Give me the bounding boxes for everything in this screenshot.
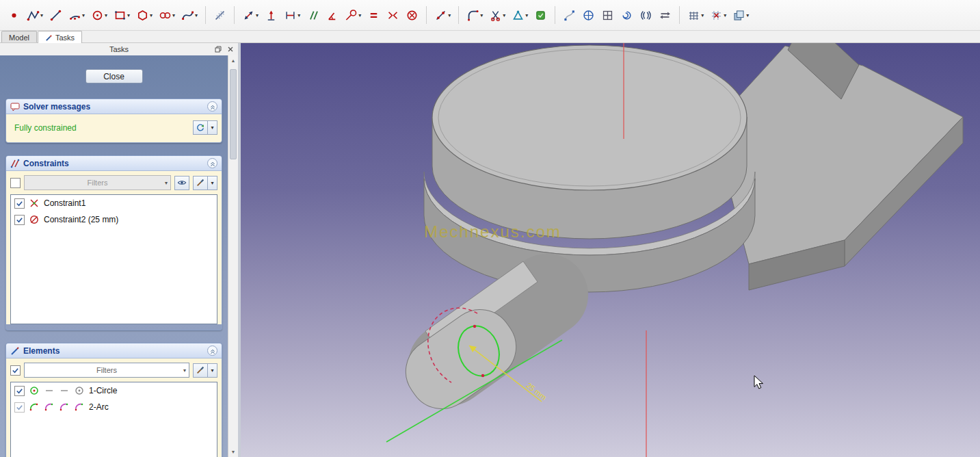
auto-update-dropdown-button[interactable]: ▾ bbox=[208, 120, 217, 135]
settings-brush-icon bbox=[196, 178, 205, 187]
dropdown-caret-icon[interactable]: ▾ bbox=[503, 12, 505, 18]
tool-constraint-horizontal-distance-button[interactable]: ▾ bbox=[282, 6, 302, 25]
constraints-filter-combo[interactable]: Filters ▾ bbox=[24, 175, 171, 190]
dropdown-caret-icon[interactable]: ▾ bbox=[150, 12, 153, 18]
chevron-up-icon bbox=[209, 160, 216, 167]
elements-settings-dropdown-button[interactable]: ▾ bbox=[208, 363, 217, 378]
tool-external-geometry-button[interactable]: ▾ bbox=[509, 6, 530, 25]
sketch-point[interactable] bbox=[481, 374, 484, 377]
dropdown-caret-icon[interactable]: ▾ bbox=[127, 12, 130, 18]
bspline-comb-icon bbox=[601, 9, 614, 22]
tool-line-button[interactable] bbox=[47, 6, 64, 25]
tool-bspline-knot-multiplicity-button[interactable] bbox=[618, 6, 635, 25]
tool-slot-button[interactable]: ▾ bbox=[157, 6, 177, 25]
tool-constraint-equal-button[interactable] bbox=[365, 6, 382, 25]
constraint1-checkbox[interactable] bbox=[14, 198, 25, 209]
show-hide-constraints-button[interactable] bbox=[174, 176, 189, 190]
dropdown-caret-icon[interactable]: ▾ bbox=[358, 12, 361, 18]
dropdown-caret-icon[interactable]: ▾ bbox=[297, 12, 300, 18]
auto-update-button[interactable] bbox=[193, 120, 208, 135]
tool-polyline-button[interactable]: ▾ bbox=[25, 6, 45, 25]
constraint2-checkbox[interactable] bbox=[14, 215, 25, 225]
tool-rendering-order-button[interactable]: ▾ bbox=[730, 6, 751, 25]
scroll-down-button[interactable]: ▼ bbox=[228, 447, 238, 457]
tool-polygon-button[interactable]: ▾ bbox=[134, 6, 155, 25]
tool-b-spline-button[interactable]: ▾ bbox=[179, 6, 200, 25]
close-panel-button[interactable] bbox=[226, 44, 235, 54]
element-circle-checkbox[interactable] bbox=[14, 386, 25, 396]
tool-circle-button[interactable]: ▾ bbox=[89, 6, 109, 25]
dropdown-caret-icon[interactable]: ▾ bbox=[701, 12, 704, 18]
dropdown-caret-icon[interactable]: ▾ bbox=[40, 12, 43, 18]
elements-filter-combo[interactable]: Filters ▾ bbox=[24, 363, 189, 378]
arc-magenta-icon bbox=[44, 402, 55, 413]
tool-trim-button[interactable]: ▾ bbox=[487, 6, 507, 25]
dash-icon bbox=[59, 385, 70, 396]
tool-bspline-degree-button[interactable] bbox=[561, 6, 578, 25]
collapse-constraints-button[interactable] bbox=[207, 158, 217, 168]
list-item[interactable]: 1-Circle bbox=[11, 382, 217, 399]
elements-filter-row: Filters ▾ ▾ bbox=[6, 358, 222, 382]
tool-constraint-symmetric-button[interactable] bbox=[384, 6, 401, 25]
tab-model[interactable]: Model bbox=[1, 31, 37, 42]
tool-arc-button[interactable]: ▾ bbox=[66, 6, 87, 25]
tool-point-button[interactable] bbox=[5, 6, 23, 25]
tool-switch-virtual-space-button[interactable] bbox=[657, 6, 674, 25]
elements-settings-button[interactable] bbox=[193, 363, 208, 378]
dropdown-caret-icon[interactable]: ▾ bbox=[525, 12, 528, 18]
tool-constraint-tangent-button[interactable]: ▾ bbox=[343, 6, 363, 25]
tool-carbon-copy-button[interactable] bbox=[532, 6, 549, 25]
tool-bspline-pole-weight-button[interactable] bbox=[637, 6, 654, 25]
tab-tasks[interactable]: Tasks bbox=[38, 31, 82, 43]
collapse-solver-button[interactable] bbox=[207, 101, 217, 112]
dropdown-caret-icon[interactable]: ▾ bbox=[724, 12, 726, 18]
tool-construction-geometry-button[interactable] bbox=[211, 6, 228, 25]
dropdown-caret-icon[interactable]: ▾ bbox=[448, 12, 451, 18]
tool-fillet-button[interactable]: ▾ bbox=[464, 6, 485, 25]
constraints-header[interactable]: Constraints bbox=[6, 156, 222, 171]
elements-header[interactable]: Elements bbox=[6, 343, 222, 358]
constraints-title: Constraints bbox=[23, 159, 204, 168]
panel-scrollbar[interactable]: ▲ ▼ bbox=[228, 55, 238, 457]
tool-snap-button[interactable]: ▾ bbox=[708, 6, 728, 25]
dropdown-caret-icon[interactable]: ▾ bbox=[172, 12, 175, 18]
float-panel-button[interactable] bbox=[213, 44, 223, 54]
tool-dimension-button[interactable]: ▾ bbox=[240, 6, 261, 25]
circle-icon bbox=[91, 9, 104, 22]
close-task-button[interactable]: Close bbox=[85, 69, 143, 83]
constraints-settings-dropdown-button[interactable]: ▾ bbox=[208, 176, 217, 190]
scrollbar-thumb[interactable] bbox=[230, 69, 237, 159]
collapse-elements-button[interactable] bbox=[207, 345, 217, 356]
tool-constraint-parallel-button[interactable] bbox=[304, 6, 321, 25]
constraints-filter-checkbox[interactable] bbox=[10, 178, 21, 188]
dropdown-caret-icon[interactable]: ▾ bbox=[746, 12, 749, 18]
check-icon bbox=[16, 387, 23, 395]
tool-constraint-vertical-distance-button[interactable] bbox=[263, 6, 280, 25]
toolbar-separator bbox=[679, 6, 680, 24]
elements-body: Filters ▾ ▾ bbox=[6, 358, 222, 457]
dropdown-caret-icon[interactable]: ▾ bbox=[82, 12, 85, 18]
scroll-up-button[interactable]: ▲ bbox=[228, 55, 238, 66]
tool-auto-constraints-button[interactable]: ▾ bbox=[432, 6, 453, 25]
panel-titlebar: Tasks bbox=[0, 43, 238, 56]
tool-rectangle-button[interactable]: ▾ bbox=[111, 6, 132, 25]
dropdown-caret-icon[interactable]: ▾ bbox=[480, 12, 483, 18]
dropdown-caret-icon[interactable]: ▾ bbox=[195, 12, 198, 18]
tool-constraint-angle-button[interactable] bbox=[323, 6, 341, 25]
elements-filter-checkbox[interactable] bbox=[10, 365, 21, 376]
dropdown-caret-icon[interactable]: ▾ bbox=[105, 12, 107, 18]
solver-messages-header[interactable]: Solver messages bbox=[6, 99, 222, 114]
tool-bspline-comb-button[interactable] bbox=[599, 6, 616, 25]
list-item[interactable]: Constraint1 bbox=[11, 195, 217, 211]
tool-constraint-block-button[interactable] bbox=[403, 6, 421, 25]
dropdown-caret-icon[interactable]: ▾ bbox=[256, 12, 259, 18]
list-item[interactable]: 2-Arc bbox=[11, 399, 217, 415]
tool-grid-button[interactable]: ▾ bbox=[685, 6, 706, 25]
constraints-settings-button[interactable] bbox=[193, 176, 208, 190]
chevron-up-icon bbox=[209, 103, 216, 110]
sketch-point[interactable] bbox=[473, 325, 476, 328]
list-item[interactable]: Constraint2 (25 mm) bbox=[11, 211, 217, 228]
tool-bspline-control-polygon-button[interactable] bbox=[580, 6, 597, 25]
3d-viewport[interactable]: 25 mm Mechnexus.com bbox=[241, 43, 980, 457]
element-arc-checkbox[interactable] bbox=[14, 402, 25, 413]
